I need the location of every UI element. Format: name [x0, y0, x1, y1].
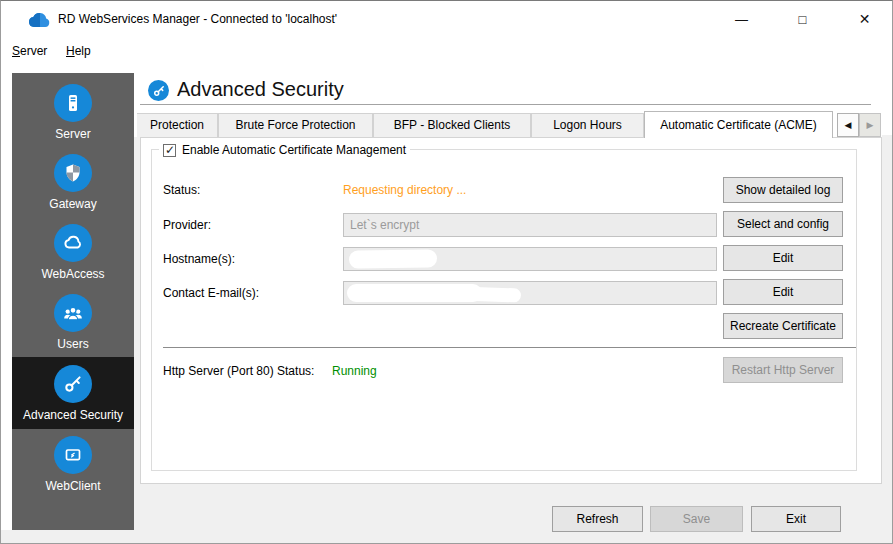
provider-input[interactable]: Let`s encrypt — [343, 213, 717, 237]
app-cloud-icon — [28, 11, 51, 28]
minimize-button[interactable]: — — [718, 1, 765, 37]
provider-label: Provider: — [163, 218, 211, 232]
select-and-config-button[interactable]: Select and config — [723, 211, 843, 237]
hostnames-edit-button[interactable]: Edit — [723, 245, 843, 271]
emails-label: Contact E-mail(s): — [163, 286, 259, 300]
enable-acme-row: ✓ Enable Automatic Certificate Managemen… — [159, 143, 410, 157]
titlebar: RD WebServices Manager - Connected to 'l… — [1, 1, 892, 38]
recreate-certificate-button[interactable]: Recreate Certificate — [723, 313, 843, 339]
restart-http-server-button: Restart Http Server — [723, 357, 843, 383]
refresh-button[interactable]: Refresh — [552, 506, 643, 532]
key-icon — [54, 365, 92, 403]
right-gutter — [882, 135, 893, 484]
hostnames-label: Hostname(s): — [163, 252, 235, 266]
sidebar-item-label: Server — [55, 127, 90, 141]
menu-server-accel: S — [12, 44, 20, 58]
app-window: RD WebServices Manager - Connected to 'l… — [0, 0, 893, 544]
sidebar: Server Gateway WebAccess — [12, 73, 134, 530]
hostnames-redaction — [349, 249, 437, 269]
menu-server[interactable]: Server — [8, 38, 51, 65]
tab-brute-force-protection[interactable]: Brute Force Protection — [218, 113, 373, 137]
cloud-icon — [54, 224, 92, 262]
header-divider — [140, 104, 871, 105]
sidebar-item-label: Gateway — [49, 197, 96, 211]
exit-button[interactable]: Exit — [751, 506, 841, 532]
menubar: Server Help — [1, 38, 892, 65]
footer-background-left — [1, 530, 134, 544]
maximize-button[interactable]: □ — [779, 1, 826, 37]
show-detailed-log-button[interactable]: Show detailed log — [723, 177, 843, 203]
shield-icon — [54, 154, 92, 192]
save-button: Save — [650, 506, 743, 532]
tab-logon-hours[interactable]: Logon Hours — [531, 113, 644, 137]
server-icon — [54, 84, 92, 122]
enable-acme-checkbox[interactable]: ✓ — [163, 144, 176, 157]
tab-automatic-certificate-acme[interactable]: Automatic Certificate (ACME) — [644, 111, 833, 138]
tab-protection[interactable]: Protection — [137, 113, 218, 137]
close-button[interactable]: ✕ — [841, 1, 888, 37]
monitor-icon — [54, 436, 92, 474]
sidebar-item-label: WebAccess — [41, 267, 104, 281]
users-icon — [54, 294, 92, 332]
menu-help[interactable]: Help — [62, 38, 95, 65]
emails-edit-button[interactable]: Edit — [723, 279, 843, 305]
sidebar-item-gateway[interactable]: Gateway — [12, 147, 134, 217]
http-server-status-value: Running — [332, 364, 377, 378]
checkmark-icon: ✓ — [165, 143, 175, 157]
sidebar-item-webaccess[interactable]: WebAccess — [12, 217, 134, 287]
menu-help-accel: H — [66, 44, 75, 58]
window-title: RD WebServices Manager - Connected to 'l… — [58, 12, 337, 26]
group-separator — [163, 347, 856, 348]
http-server-status-label: Http Server (Port 80) Status: — [163, 364, 314, 378]
tab-scroll-left-icon[interactable]: ◀ — [837, 113, 859, 137]
enable-acme-label: Enable Automatic Certificate Management — [182, 143, 406, 157]
menu-help-rest: elp — [75, 44, 91, 58]
tab-bfp-blocked-clients[interactable]: BFP - Blocked Clients — [373, 113, 531, 137]
sidebar-item-server[interactable]: Server — [12, 77, 134, 147]
menu-server-rest: erver — [20, 44, 47, 58]
sidebar-item-users[interactable]: Users — [12, 287, 134, 357]
sidebar-item-label: Users — [57, 337, 88, 351]
tab-scroll-right-icon: ▶ — [859, 113, 881, 137]
sidebar-item-label: Advanced Security — [23, 408, 123, 422]
sidebar-item-webclient[interactable]: WebClient — [12, 429, 134, 499]
sidebar-item-advanced-security[interactable]: Advanced Security — [12, 357, 134, 429]
sidebar-item-label: WebClient — [45, 479, 100, 493]
status-label: Status: — [163, 183, 200, 197]
page-key-icon — [148, 80, 169, 101]
status-value: Requesting directory ... — [343, 183, 466, 197]
page-title: Advanced Security — [177, 78, 344, 101]
